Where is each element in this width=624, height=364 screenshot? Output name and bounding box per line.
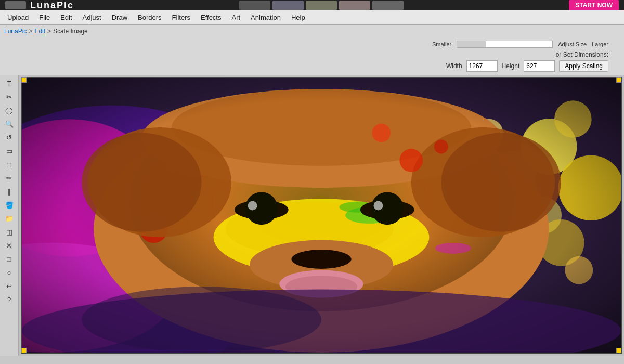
menu-item-effects[interactable]: Effects [196, 11, 227, 23]
start-now-button[interactable]: START NOW [569, 0, 619, 10]
tool-rectangle[interactable]: □ [2, 253, 17, 265]
menu-item-help[interactable]: Help [286, 11, 310, 23]
slider-fill [457, 41, 486, 47]
top-banner: LunaPic START NOW [0, 0, 624, 10]
set-dimensions-label: or Set Dimensions: [556, 51, 608, 58]
tool-lasso[interactable]: ◯ [2, 104, 17, 116]
size-slider[interactable] [457, 41, 553, 48]
canvas-area [19, 75, 624, 356]
width-label: Width [446, 62, 462, 70]
thumbnail-strip [239, 1, 404, 10]
menu-item-animation[interactable]: Animation [245, 11, 286, 23]
svg-point-46 [372, 124, 391, 142]
tool-layers[interactable]: ◫ [2, 226, 17, 238]
breadcrumb-sep-1: > [29, 28, 32, 35]
apply-scaling-button[interactable]: Apply Scaling [559, 60, 608, 72]
menu-item-filters[interactable]: Filters [167, 11, 196, 23]
menu-item-adjust[interactable]: Adjust [77, 11, 107, 23]
dog-image [22, 78, 621, 353]
image-container [21, 77, 622, 354]
breadcrumb-current: Scale Image [53, 28, 88, 35]
tool-rotate[interactable]: ↺ [2, 131, 17, 144]
height-label: Height [502, 62, 520, 70]
menu-item-file[interactable]: File [34, 11, 55, 23]
breadcrumb: LunaPic > Edit > Scale Image [0, 25, 624, 37]
tool-pencil[interactable]: ✏ [2, 172, 17, 184]
size-slider-row: Smaller Adjust Size Larger [26, 41, 619, 48]
larger-label: Larger [592, 41, 608, 47]
tool-folder[interactable]: 📁 [2, 212, 17, 225]
app-container: LunaPic START NOW UploadFileEditAdjustDr… [0, 0, 624, 364]
breadcrumb-lunapic[interactable]: LunaPic [4, 28, 27, 35]
tool-line[interactable]: ∥ [2, 185, 17, 198]
width-input[interactable] [466, 60, 498, 72]
menu-item-art[interactable]: Art [226, 11, 245, 23]
svg-point-45 [434, 140, 448, 154]
corner-handle-tl[interactable] [21, 77, 27, 83]
left-toolbar: T✂◯🔍↺▭◻✏∥🪣📁◫✕□○↩? [0, 75, 19, 356]
thumb-3[interactable] [306, 1, 337, 10]
tool-close[interactable]: ✕ [2, 239, 17, 252]
tool-ellipse[interactable]: ○ [2, 266, 17, 279]
thumb-5[interactable] [372, 1, 404, 10]
adjust-size-label: Adjust Size [558, 41, 587, 47]
tool-rect-select[interactable]: ▭ [2, 145, 17, 157]
tool-zoom[interactable]: 🔍 [2, 118, 17, 130]
menu-item-draw[interactable]: Draw [107, 11, 133, 23]
logo-area: LunaPic [5, 0, 74, 11]
logo-icon [5, 1, 26, 9]
breadcrumb-sep-2: > [47, 28, 51, 35]
tool-undo[interactable]: ↩ [2, 280, 17, 292]
tool-help[interactable]: ? [2, 293, 17, 306]
corner-handle-tr[interactable] [616, 77, 621, 83]
tool-fill[interactable]: 🪣 [2, 199, 17, 211]
logo-text: LunaPic [30, 0, 74, 11]
dimensions-row: or Set Dimensions: [26, 51, 619, 58]
tool-text[interactable]: T [2, 77, 17, 89]
thumb-1[interactable] [239, 1, 270, 10]
svg-point-47 [435, 243, 471, 254]
thumb-2[interactable] [272, 1, 304, 10]
thumb-4[interactable] [339, 1, 370, 10]
menu-item-upload[interactable]: Upload [2, 11, 34, 23]
menu-item-borders[interactable]: Borders [133, 11, 167, 23]
menu-item-edit[interactable]: Edit [55, 11, 77, 23]
svg-point-49 [82, 287, 321, 353]
controls-area: Smaller Adjust Size Larger or Set Dimens… [0, 37, 624, 75]
tool-crop[interactable]: ✂ [2, 90, 17, 103]
tool-square-select[interactable]: ◻ [2, 158, 17, 171]
breadcrumb-edit[interactable]: Edit [34, 28, 45, 35]
workspace: T✂◯🔍↺▭◻✏∥🪣📁◫✕□○↩? [0, 75, 624, 364]
dimensions-inputs-row: Width Height Apply Scaling [26, 60, 619, 72]
corner-handle-bl[interactable] [21, 348, 27, 353]
smaller-label: Smaller [432, 41, 451, 47]
svg-point-44 [399, 149, 423, 172]
menubar: UploadFileEditAdjustDrawBordersFiltersEf… [0, 10, 624, 25]
height-input[interactable] [524, 60, 555, 72]
corner-handle-br[interactable] [616, 348, 621, 353]
